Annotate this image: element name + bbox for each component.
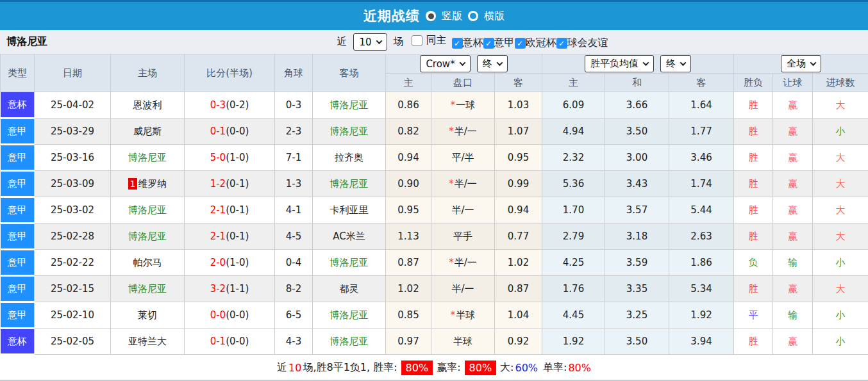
dan-rate-value: 80%	[568, 362, 591, 374]
cell-result-handicap: 赢	[773, 118, 813, 145]
avg-source-value: 胜平负均值	[590, 58, 638, 70]
cell-score: 0-3(0-2)	[185, 92, 275, 118]
cell-odds-home: 1.02	[386, 276, 431, 302]
filter-checkbox-label-3[interactable]: 欧冠杯	[526, 36, 556, 50]
cell-result-winlose: 胜	[734, 328, 773, 355]
col-result-winlose: 胜负	[734, 74, 773, 92]
cell-avg-home: 4.94	[542, 118, 605, 145]
cell-avg-draw: 3.66	[605, 92, 669, 118]
cell-date: 25-04-02	[35, 92, 111, 118]
cell-result-goals: 小	[813, 328, 868, 355]
filter-checkbox-3[interactable]: ✓	[515, 38, 526, 49]
vertical-layout-label[interactable]: 竖版	[442, 10, 462, 23]
horizontal-layout-label[interactable]: 横版	[484, 10, 505, 23]
filter-controls: 近 10 场 同主✓意杯✓意甲✓欧冠杯✓球会友谊	[337, 33, 608, 51]
cell-handicap: 半/一	[431, 276, 495, 302]
cell-result-handicap: 赢	[773, 223, 813, 250]
filter-checkbox-label-2[interactable]: 意甲	[494, 36, 515, 50]
chevron-down-icon	[643, 60, 649, 66]
table-row: 意甲25-02-10莱切0-0(0-0)6-5博洛尼亚0.85*半球1.044.…	[1, 302, 868, 328]
cell-avg-home: 6.09	[542, 92, 605, 118]
cell-corner: 6-5	[275, 302, 313, 328]
recent-count-select[interactable]: 10	[353, 33, 387, 51]
cell-type: 意甲	[1, 197, 35, 223]
cell-score: 0-0(0-0)	[185, 302, 275, 328]
filter-checkbox-4[interactable]: ✓	[556, 38, 567, 49]
cell-odds-home: 1.13	[386, 223, 431, 250]
cell-result-handicap: 赢	[773, 145, 813, 171]
cell-handicap: 半/一	[431, 197, 495, 223]
odds-company-select[interactable]: Crow*	[420, 55, 470, 72]
cell-score: 1-2(0-1)	[185, 171, 275, 197]
result-scope-select[interactable]: 全场	[781, 55, 821, 72]
table-row: 意甲25-03-02博洛尼亚2-1(0-1)4-1卡利亚里0.95半/一0.94…	[1, 197, 868, 223]
col-odds-away: 客	[495, 74, 542, 92]
near-label: 近	[337, 35, 347, 49]
summary-count: 10	[288, 362, 301, 374]
cell-avg-home: 1.92	[542, 328, 605, 355]
cell-date: 25-03-02	[35, 197, 111, 223]
filter-checkbox-1[interactable]: ✓	[452, 38, 463, 49]
cell-avg-home: 4.25	[542, 250, 605, 276]
cell-away: 都灵	[313, 276, 386, 302]
filter-checkbox-label-0[interactable]: 同主	[426, 34, 447, 47]
filter-checkbox-label-1[interactable]: 意杯	[463, 36, 483, 50]
col-result-goals: 进球数	[813, 74, 868, 92]
cell-odds-away: 1.04	[495, 302, 542, 328]
chevron-down-icon	[376, 38, 382, 44]
table-row: 意甲25-02-28博洛尼亚2-1(0-1)4-5AC米兰1.13平手0.772…	[1, 223, 868, 250]
filter-checkbox-group-1: ✓意杯	[452, 36, 483, 50]
cell-corner: 2-3	[275, 118, 313, 145]
cell-type: 意甲	[1, 145, 35, 171]
cell-date: 25-03-16	[35, 145, 111, 171]
cell-corner: 8-2	[275, 276, 313, 302]
summary-record: 场,胜8平1负1, 胜率:	[303, 361, 397, 375]
odds-time-select[interactable]: 终	[477, 55, 508, 72]
cell-avg-away: 1.92	[669, 302, 734, 328]
avg-source-select[interactable]: 胜平负均值	[585, 55, 654, 72]
filter-checkbox-0[interactable]	[412, 35, 422, 46]
filter-checkbox-group-3: ✓欧冠杯	[515, 36, 556, 50]
vertical-layout-radio[interactable]	[426, 11, 436, 21]
cell-avg-draw: 3.59	[605, 250, 669, 276]
cell-result-winlose: 胜	[734, 92, 773, 118]
cell-result-winlose: 平	[734, 302, 773, 328]
cell-score: 0-1(0-0)	[185, 328, 275, 355]
cell-result-winlose: 负	[734, 250, 773, 276]
cell-avg-away: 1.64	[669, 92, 734, 118]
cell-corner: 0-4	[275, 250, 313, 276]
cell-handicap: *半/一	[431, 118, 495, 145]
cell-result-winlose: 胜	[734, 276, 773, 302]
table-row: 意甲25-02-22帕尔马2-0(1-0)0-4博洛尼亚0.87*半/一1.02…	[1, 250, 868, 276]
avg-time-select[interactable]: 终	[660, 55, 691, 72]
cell-avg-draw: 3.50	[605, 118, 669, 145]
cell-home: 莱切	[111, 302, 185, 328]
cell-odds-home: 0.90	[386, 171, 431, 197]
cell-date: 25-02-05	[35, 328, 111, 355]
cell-result-handicap: 赢	[773, 92, 813, 118]
horizontal-layout-radio[interactable]	[468, 11, 478, 21]
cell-corner: 7-1	[275, 145, 313, 171]
cell-date: 25-02-22	[35, 250, 111, 276]
chevron-down-icon	[496, 60, 503, 66]
cell-home: 亚特兰大	[111, 328, 185, 355]
page-title: 近期战绩	[363, 7, 420, 25]
col-home: 主场	[111, 54, 185, 92]
cell-avg-draw: 3.43	[605, 171, 669, 197]
cell-result-goals: 小	[813, 118, 868, 145]
cell-handicap: *一球	[431, 92, 495, 118]
competition-checkboxes: 同主✓意杯✓意甲✓欧冠杯✓球会友谊	[412, 34, 608, 51]
cell-avg-draw: 3.00	[605, 145, 669, 171]
cell-avg-draw: 3.57	[605, 197, 669, 223]
chevron-down-icon	[810, 60, 817, 66]
title-bar: 近期战绩 竖版 横版	[0, 0, 868, 30]
cell-corner: 0-3	[275, 92, 313, 118]
filter-checkbox-label-4[interactable]: 球会友谊	[567, 36, 608, 50]
cell-date: 25-03-09	[35, 171, 111, 197]
da-rate-value: 60%	[515, 362, 538, 374]
cell-handicap: 平/半	[431, 145, 495, 171]
table-row: 意甲25-03-16博洛尼亚5-0(1-0)7-1拉齐奥0.94平/半0.952…	[1, 145, 868, 171]
filter-checkbox-2[interactable]: ✓	[483, 38, 494, 49]
cell-away: 博洛尼亚	[313, 250, 386, 276]
cell-avg-away: 5.44	[669, 197, 734, 223]
